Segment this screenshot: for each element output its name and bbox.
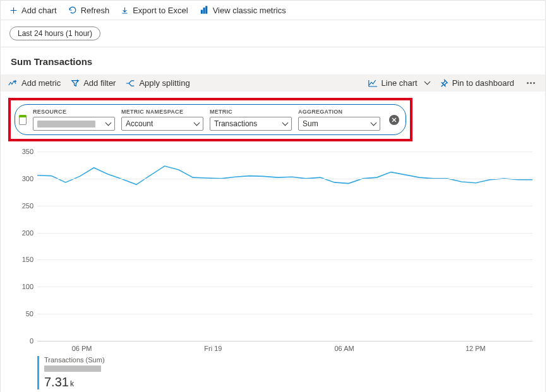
time-range-label: Last 24 hours (1 hour) xyxy=(18,29,92,38)
aggregation-label: AGGREGATION xyxy=(298,109,380,115)
namespace-dropdown[interactable]: Account xyxy=(121,117,203,131)
legend-value-unit: k xyxy=(70,379,74,388)
remove-metric-button[interactable] xyxy=(389,115,399,125)
add-metric-icon xyxy=(8,79,18,88)
add-metric-label: Add metric xyxy=(21,79,61,87)
y-axis-tick: 200 xyxy=(15,229,33,237)
grid-line xyxy=(37,314,532,314)
add-filter-button[interactable]: Add filter xyxy=(71,79,116,88)
add-chart-button[interactable]: Add chart xyxy=(9,6,57,15)
split-icon xyxy=(126,79,135,88)
download-icon xyxy=(121,6,129,15)
chart-legend[interactable]: Transactions (Sum) 7.31 k xyxy=(37,356,145,389)
y-axis-tick: 0 xyxy=(15,337,33,345)
time-range-row: Last 24 hours (1 hour) xyxy=(1,20,545,47)
x-axis-tick: 12 PM xyxy=(466,345,486,352)
selector-highlight: RESOURCE METRIC NAMESPACE Account METRIC… xyxy=(8,98,412,141)
x-axis-tick: 06 PM xyxy=(72,345,92,352)
apply-splitting-label: Apply splitting xyxy=(139,79,189,87)
chart-type-dropdown[interactable]: Line chart xyxy=(368,79,430,88)
export-label: Export to Excel xyxy=(133,6,188,15)
time-range-pill[interactable]: Last 24 hours (1 hour) xyxy=(9,27,100,40)
bar-chart-icon xyxy=(200,6,209,15)
chart-title: Sum Transactions xyxy=(1,47,545,74)
legend-value: 7.31 k xyxy=(44,375,145,389)
view-classic-button[interactable]: View classic metrics xyxy=(200,6,286,15)
chart-type-label: Line chart xyxy=(382,79,418,87)
x-axis-tick: 06 AM xyxy=(334,345,354,352)
grid-line xyxy=(37,151,532,152)
pin-label: Pin to dashboard xyxy=(452,79,514,87)
legend-series-label: Transactions (Sum) xyxy=(44,356,145,364)
chevron-down-icon xyxy=(282,120,289,126)
aggregation-value: Sum xyxy=(303,119,318,128)
add-filter-label: Add filter xyxy=(83,79,116,87)
grid-line xyxy=(37,259,532,260)
y-axis-tick: 350 xyxy=(15,148,33,155)
y-axis-tick: 50 xyxy=(15,310,33,318)
page-toolbar: Add chart Refresh Export to Excel View c… xyxy=(1,1,545,20)
grid-line xyxy=(37,341,532,342)
resource-type-icon xyxy=(19,115,27,125)
more-menu-button[interactable] xyxy=(524,78,538,88)
plus-icon xyxy=(9,6,18,15)
resource-label: RESOURCE xyxy=(33,109,115,115)
svg-rect-0 xyxy=(201,10,202,13)
x-axis-tick: Fri 19 xyxy=(204,345,222,352)
y-axis-tick: 150 xyxy=(15,256,33,263)
metric-value: Transactions xyxy=(214,119,257,128)
metric-label: METRIC xyxy=(210,109,292,115)
chevron-down-icon xyxy=(194,120,200,126)
refresh-label: Refresh xyxy=(81,6,110,15)
pin-icon xyxy=(440,79,448,88)
metrics-panel: Add chart Refresh Export to Excel View c… xyxy=(0,0,546,392)
pin-button[interactable]: Pin to dashboard xyxy=(440,79,514,88)
namespace-label: METRIC NAMESPACE xyxy=(121,109,203,115)
metric-dropdown[interactable]: Transactions xyxy=(210,117,292,131)
legend-resource-redacted xyxy=(44,365,101,372)
grid-line xyxy=(37,287,532,287)
view-classic-label: View classic metrics xyxy=(213,6,286,15)
export-button[interactable]: Export to Excel xyxy=(121,6,188,15)
filter-icon xyxy=(71,79,80,88)
resource-dropdown[interactable] xyxy=(33,117,115,131)
chart-area: 05010015020025030035006 PMFri 1906 AM12 … xyxy=(1,145,545,392)
legend-value-number: 7.31 xyxy=(44,375,69,389)
namespace-value: Account xyxy=(126,119,153,128)
line-chart-icon xyxy=(368,79,378,88)
svg-rect-1 xyxy=(203,8,205,14)
metric-toolbar: Add metric Add filter Apply splitting Li… xyxy=(1,74,545,92)
add-chart-label: Add chart xyxy=(21,6,57,15)
chevron-down-icon xyxy=(371,120,377,126)
y-axis-tick: 250 xyxy=(15,202,33,210)
refresh-button[interactable]: Refresh xyxy=(68,6,110,15)
y-axis-tick: 100 xyxy=(15,283,33,290)
resource-value-redacted xyxy=(37,121,95,128)
grid-line xyxy=(37,179,532,179)
chevron-down-icon xyxy=(105,120,112,126)
grid-line xyxy=(37,206,532,206)
apply-splitting-button[interactable]: Apply splitting xyxy=(126,79,189,88)
svg-rect-2 xyxy=(205,6,207,13)
grid-line xyxy=(37,233,532,234)
add-metric-button[interactable]: Add metric xyxy=(8,79,61,88)
aggregation-dropdown[interactable]: Sum xyxy=(298,117,380,131)
metric-selector-bar: RESOURCE METRIC NAMESPACE Account METRIC… xyxy=(15,104,406,135)
refresh-icon xyxy=(68,6,77,15)
line-chart: 05010015020025030035006 PMFri 1906 AM12 … xyxy=(15,151,532,341)
y-axis-tick: 300 xyxy=(15,175,33,182)
